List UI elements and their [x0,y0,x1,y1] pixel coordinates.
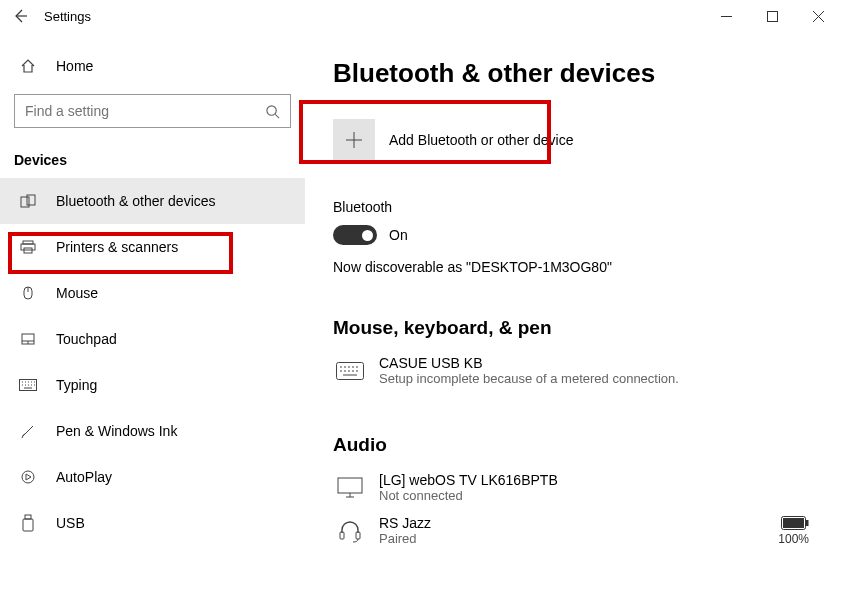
battery-percent: 100% [778,532,809,546]
usb-icon [18,514,38,532]
svg-point-10 [22,471,34,483]
maximize-icon [767,11,778,22]
plus-icon [333,119,375,161]
sidebar-item-printers[interactable]: Printers & scanners [0,224,305,270]
close-icon [813,11,824,22]
home-icon [18,58,38,74]
sidebar-item-usb[interactable]: USB [0,500,305,546]
toggle-knob [362,230,373,241]
device-name: CASUE USB KB [379,355,679,371]
svg-rect-12 [23,519,33,531]
svg-rect-15 [340,532,344,539]
headset-icon [333,519,367,543]
pen-icon [18,423,38,439]
minimize-icon [721,11,732,22]
bluetooth-label: Bluetooth [333,199,813,215]
battery-icon [781,516,809,530]
device-row[interactable]: RS Jazz Paired 100% [333,509,813,552]
search-box[interactable] [14,94,291,128]
search-input[interactable] [25,103,265,119]
device-status: Paired [379,531,431,546]
printer-icon [18,239,38,255]
svg-rect-5 [21,244,35,250]
sidebar-item-label: Printers & scanners [56,239,178,255]
keyboard-icon [18,379,38,391]
svg-rect-0 [767,11,777,21]
sidebar-item-mouse[interactable]: Mouse [0,270,305,316]
maximize-button[interactable] [749,0,795,32]
discoverable-text: Now discoverable as "DESKTOP-1M3OG80" [333,259,813,275]
section-audio: Audio [333,434,813,456]
page-title: Bluetooth & other devices [333,58,813,89]
svg-rect-14 [338,478,362,493]
sidebar-item-label: Touchpad [56,331,117,347]
sidebar-item-label: USB [56,515,85,531]
sidebar-item-label: Mouse [56,285,98,301]
sidebar-item-bluetooth[interactable]: Bluetooth & other devices [0,178,305,224]
main-content: Bluetooth & other devices Add Bluetooth … [305,32,841,609]
svg-rect-16 [356,532,360,539]
monitor-icon [333,477,367,499]
svg-rect-19 [806,520,809,526]
sidebar: Home Devices Bluetooth & other devices [0,32,305,609]
bluetooth-devices-icon [18,193,38,210]
sidebar-item-label: Typing [56,377,97,393]
svg-rect-18 [783,518,804,528]
device-name: RS Jazz [379,515,431,531]
device-status: Not connected [379,488,558,503]
sidebar-item-pen[interactable]: Pen & Windows Ink [0,408,305,454]
svg-point-1 [267,105,276,114]
sidebar-group-title: Devices [0,138,305,178]
device-name: [LG] webOS TV LK616BPTB [379,472,558,488]
add-device-button[interactable]: Add Bluetooth or other device [333,117,583,163]
keyboard-icon [333,362,367,380]
device-row[interactable]: CASUE USB KB Setup incomplete because of… [333,349,813,392]
sidebar-nav: Bluetooth & other devices Printers & sca… [0,178,305,546]
close-button[interactable] [795,0,841,32]
sidebar-item-typing[interactable]: Typing [0,362,305,408]
sidebar-item-label: AutoPlay [56,469,112,485]
device-battery: 100% [778,516,809,546]
sidebar-item-label: Bluetooth & other devices [56,193,216,209]
section-mouse-keyboard-pen: Mouse, keyboard, & pen [333,317,813,339]
sidebar-item-autoplay[interactable]: AutoPlay [0,454,305,500]
touchpad-icon [18,331,38,347]
add-device-label: Add Bluetooth or other device [389,132,573,148]
device-status: Setup incomplete because of a metered co… [379,371,679,386]
back-button[interactable] [0,8,40,24]
device-row[interactable]: [LG] webOS TV LK616BPTB Not connected [333,466,813,509]
mouse-icon [18,285,38,301]
sidebar-item-touchpad[interactable]: Touchpad [0,316,305,362]
autoplay-icon [18,469,38,485]
bluetooth-toggle[interactable] [333,225,377,245]
minimize-button[interactable] [703,0,749,32]
sidebar-item-label: Pen & Windows Ink [56,423,177,439]
window-title: Settings [44,9,91,24]
svg-rect-11 [25,515,31,519]
sidebar-home-label: Home [56,58,93,74]
sidebar-home[interactable]: Home [0,46,305,86]
bluetooth-toggle-state: On [389,227,408,243]
search-icon [265,104,280,119]
titlebar: Settings [0,0,841,32]
arrow-left-icon [12,8,28,24]
